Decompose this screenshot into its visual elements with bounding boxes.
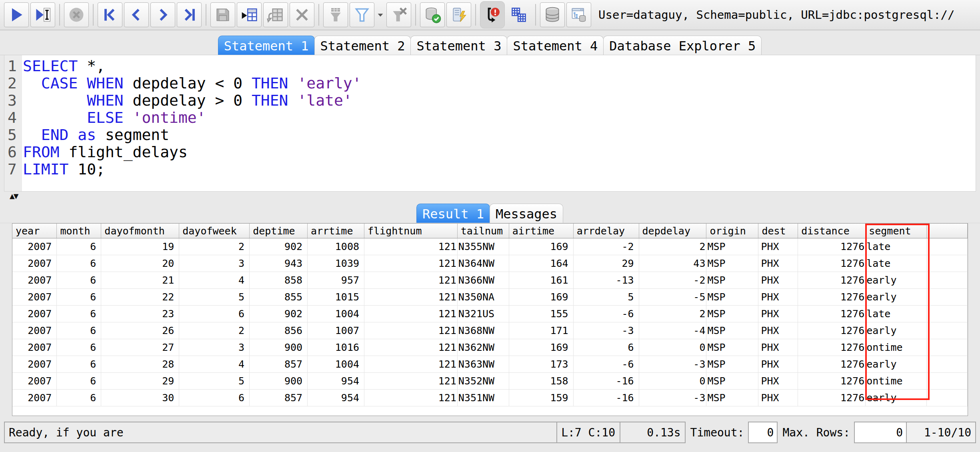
- table-cell[interactable]: early: [866, 356, 927, 373]
- table-cell[interactable]: PHX: [758, 373, 798, 390]
- table-cell[interactable]: 1007: [308, 322, 364, 339]
- quick-filter-dropdown-button[interactable]: [375, 2, 386, 27]
- table-cell[interactable]: 2007: [12, 255, 57, 272]
- table-cell[interactable]: 2007: [12, 356, 57, 373]
- table-cell[interactable]: 121: [364, 255, 458, 272]
- table-cell[interactable]: 5: [179, 289, 250, 306]
- table-cell[interactable]: 2007: [12, 306, 57, 322]
- table-cell[interactable]: 855: [250, 289, 308, 306]
- table-cell[interactable]: N355NW: [457, 238, 509, 255]
- table-cell[interactable]: ontime: [866, 339, 927, 356]
- table-cell[interactable]: -6: [573, 306, 639, 322]
- delete-row-button[interactable]: [290, 2, 314, 27]
- table-cell[interactable]: 4: [179, 272, 250, 289]
- column-header-origin[interactable]: origin: [706, 224, 758, 238]
- column-header-flightnum[interactable]: flightnum: [364, 224, 458, 238]
- table-cell[interactable]: N368NW: [457, 322, 509, 339]
- table-cell[interactable]: MSP: [706, 289, 758, 306]
- table-cell[interactable]: -6: [573, 356, 639, 373]
- table-cell[interactable]: 161: [509, 272, 573, 289]
- column-header-month[interactable]: month: [57, 224, 101, 238]
- connection-button[interactable]: [540, 2, 565, 27]
- insert-row-button[interactable]: [237, 2, 262, 27]
- table-cell[interactable]: N363NW: [457, 356, 509, 373]
- table-cell[interactable]: 155: [509, 306, 573, 322]
- table-cell[interactable]: 2007: [12, 238, 57, 255]
- execute-all-button[interactable]: [4, 2, 29, 27]
- tab-statement-4[interactable]: Statement 4: [507, 36, 604, 55]
- table-cell[interactable]: 6: [57, 356, 101, 373]
- table-cell[interactable]: -2: [639, 272, 706, 289]
- table-cell[interactable]: MSP: [706, 272, 758, 289]
- tab-statement-2[interactable]: Statement 2: [314, 36, 411, 55]
- table-cell[interactable]: 22: [101, 289, 179, 306]
- table-cell[interactable]: 954: [308, 373, 364, 390]
- column-header-year[interactable]: year: [12, 224, 57, 238]
- column-header-distance[interactable]: distance: [798, 224, 866, 238]
- table-cell[interactable]: 2007: [12, 289, 57, 306]
- table-cell[interactable]: 27: [101, 339, 179, 356]
- table-cell[interactable]: 173: [509, 356, 573, 373]
- table-cell[interactable]: 902: [250, 306, 308, 322]
- table-cell[interactable]: 121: [364, 339, 458, 356]
- table-cell[interactable]: 1276: [798, 356, 866, 373]
- table-cell[interactable]: 121: [364, 306, 458, 322]
- table-cell[interactable]: 43: [639, 255, 706, 272]
- table-cell[interactable]: ontime: [866, 373, 927, 390]
- table-cell[interactable]: 1015: [308, 289, 364, 306]
- table-cell[interactable]: N352NW: [457, 373, 509, 390]
- table-cell[interactable]: PHX: [758, 255, 798, 272]
- table-cell[interactable]: 6: [57, 255, 101, 272]
- table-cell[interactable]: MSP: [706, 322, 758, 339]
- table-cell[interactable]: [927, 356, 968, 373]
- table-cell[interactable]: 1276: [798, 322, 866, 339]
- table-cell[interactable]: 1004: [308, 356, 364, 373]
- table-cell[interactable]: 159: [509, 390, 573, 406]
- table-cell[interactable]: 29: [573, 255, 639, 272]
- table-cell[interactable]: late: [866, 255, 927, 272]
- table-cell[interactable]: 121: [364, 390, 458, 406]
- table-cell[interactable]: 1276: [798, 238, 866, 255]
- table-cell[interactable]: 2007: [12, 322, 57, 339]
- column-header-dayofweek[interactable]: dayofweek: [179, 224, 250, 238]
- table-cell[interactable]: 169: [509, 339, 573, 356]
- table-cell[interactable]: 0: [639, 339, 706, 356]
- table-cell[interactable]: 6: [57, 373, 101, 390]
- table-cell[interactable]: [927, 390, 968, 406]
- table-cell[interactable]: 2007: [12, 272, 57, 289]
- table-cell[interactable]: PHX: [758, 306, 798, 322]
- table-cell[interactable]: late: [866, 306, 927, 322]
- table-cell[interactable]: 2: [179, 238, 250, 255]
- table-cell[interactable]: late: [866, 238, 927, 255]
- table-cell[interactable]: 6: [179, 306, 250, 322]
- column-header-arrdelay[interactable]: arrdelay: [573, 224, 639, 238]
- table-cell[interactable]: 1276: [798, 306, 866, 322]
- sql-editor[interactable]: 1234567 SELECT *, CASE WHEN depdelay < 0…: [4, 55, 976, 192]
- column-header-arrtime[interactable]: arrtime: [308, 224, 364, 238]
- table-cell[interactable]: 2: [179, 322, 250, 339]
- table-cell[interactable]: 857: [250, 356, 308, 373]
- table-cell[interactable]: PHX: [758, 238, 798, 255]
- table-cell[interactable]: 2: [639, 306, 706, 322]
- table-cell[interactable]: 2: [639, 238, 706, 255]
- table-cell[interactable]: 858: [250, 272, 308, 289]
- column-header-dest[interactable]: dest: [758, 224, 798, 238]
- column-header-deptime[interactable]: deptime: [250, 224, 308, 238]
- table-cell[interactable]: 5: [573, 289, 639, 306]
- commit-button[interactable]: [420, 2, 445, 27]
- editor-result-splitter[interactable]: ▲▼: [0, 192, 980, 200]
- rollback-button[interactable]: [446, 2, 471, 27]
- table-cell[interactable]: MSP: [706, 306, 758, 322]
- table-cell[interactable]: N364NW: [457, 255, 509, 272]
- table-cell[interactable]: 856: [250, 322, 308, 339]
- column-header-airtime[interactable]: airtime: [509, 224, 573, 238]
- cancel-execute-button[interactable]: [64, 2, 89, 27]
- table-cell[interactable]: [927, 373, 968, 390]
- table-cell[interactable]: 6: [57, 289, 101, 306]
- quick-filter-button[interactable]: [350, 2, 374, 27]
- table-cell[interactable]: 1276: [798, 289, 866, 306]
- previous-row-button[interactable]: [124, 2, 149, 27]
- tab-result-1[interactable]: Result 1: [416, 204, 490, 223]
- table-cell[interactable]: early: [866, 272, 927, 289]
- table-cell[interactable]: 20: [101, 255, 179, 272]
